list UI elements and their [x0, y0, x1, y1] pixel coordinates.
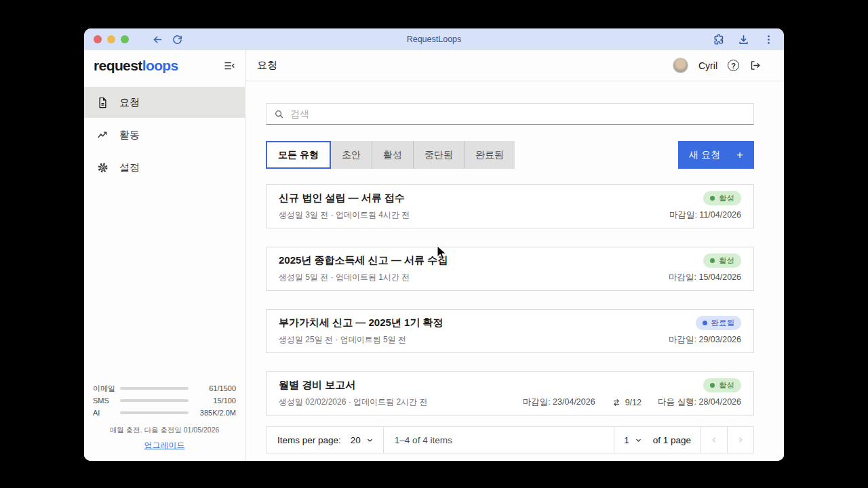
request-card[interactable]: 신규 법인 설립 — 서류 접수 활성 생성일 3일 전 · 업데이트됨 4시간… — [266, 184, 754, 228]
search-input[interactable] — [290, 108, 746, 119]
sidebar-item-activity[interactable]: 활동 — [84, 119, 245, 150]
upgrade-link[interactable]: 업그레이드 — [93, 440, 236, 451]
request-schedule-group: 마감일: 23/04/2026 9/12 다음 실행: 28/04/2026 — [523, 396, 741, 408]
next-page-button[interactable] — [728, 427, 753, 453]
logo-part-loops: loops — [142, 58, 178, 73]
gear-icon — [96, 161, 109, 174]
download-icon[interactable] — [738, 34, 749, 45]
chevron-left-icon — [711, 436, 717, 443]
status-badge: 활성 — [703, 191, 741, 205]
repeat-icon — [612, 398, 621, 407]
usage-panel: 이메일 61/1500 SMS 15/100 AI 385K/2.0M 매월 충… — [84, 375, 245, 461]
request-card[interactable]: 월별 경비 보고서 활성 생성일 02/02/2026 · 업데이트됨 2시간 … — [266, 371, 754, 415]
request-due: 마감일: 29/03/2026 — [669, 334, 741, 346]
filter-tabs: 모든 유형 초안 활성 중단됨 완료됨 — [266, 141, 515, 169]
extensions-icon[interactable] — [713, 34, 724, 45]
search-icon — [274, 109, 284, 119]
usage-label: SMS — [93, 396, 120, 405]
usage-row-sms: SMS 15/100 — [93, 394, 236, 407]
usage-progressbar-ai — [120, 411, 189, 414]
document-icon — [96, 96, 109, 109]
sidebar-item-requests[interactable]: 요청 — [84, 87, 245, 118]
usage-progressbar-email — [120, 387, 189, 390]
sidebar: requestloops 요청 활동 설정 이메일 — [84, 50, 245, 461]
user-name: Cyril — [698, 60, 717, 71]
request-meta: 생성일 25일 전 · 업데이트됨 5일 전 — [279, 334, 406, 346]
recurrence-count: 9/12 — [625, 398, 642, 407]
close-window-button[interactable] — [94, 35, 102, 43]
maximize-window-button[interactable] — [121, 35, 129, 43]
usage-label: 이메일 — [93, 384, 120, 394]
usage-row-ai: AI 385K/2.0M — [93, 407, 236, 419]
sidebar-logo-row: requestloops — [84, 50, 245, 81]
logout-icon[interactable] — [749, 60, 761, 71]
status-dot-icon — [710, 258, 715, 263]
help-icon[interactable]: ? — [728, 60, 739, 71]
search-box — [266, 103, 754, 125]
usage-label: AI — [93, 409, 120, 417]
status-dot-icon — [710, 196, 715, 201]
avatar[interactable] — [673, 58, 688, 73]
items-per-page-value: 20 — [351, 435, 361, 445]
refresh-icon[interactable] — [172, 34, 183, 45]
request-meta: 생성일 5일 전 · 업데이트됨 1시간 전 — [279, 272, 410, 283]
request-card[interactable]: 부가가치세 신고 — 2025년 1기 확정 완료됨 생성일 25일 전 · 업… — [266, 309, 754, 353]
content: 모든 유형 초안 활성 중단됨 완료됨 새 요청 + 신규 법인 설립 — — [245, 81, 784, 461]
status-badge: 활성 — [703, 378, 741, 392]
app-logo: requestloops — [94, 58, 178, 74]
app-root: requestloops 요청 활동 설정 이메일 — [84, 50, 784, 461]
browser-tab-title: RequestLoops — [84, 35, 784, 44]
tab-all-types[interactable]: 모든 유형 — [266, 141, 331, 169]
new-request-label: 새 요청 — [689, 149, 720, 161]
tab-draft[interactable]: 초안 — [331, 141, 372, 169]
request-title: 신규 법인 설립 — 서류 접수 — [279, 192, 405, 205]
browser-chrome: RequestLoops — [84, 28, 784, 50]
prev-page-button[interactable] — [701, 427, 727, 453]
minimize-window-button[interactable] — [107, 35, 115, 43]
mouse-cursor — [437, 245, 447, 260]
items-per-page-select[interactable]: 20 — [341, 427, 383, 453]
usage-value: 15/100 — [194, 396, 236, 405]
pagination-range: 1–4 of 4 items — [384, 435, 614, 445]
activity-icon — [96, 129, 109, 142]
plus-icon: + — [736, 148, 743, 162]
request-meta: 생성일 3일 전 · 업데이트됨 4시간 전 — [279, 209, 410, 221]
request-meta: 생성일 02/02/2026 · 업데이트됨 2시간 전 — [279, 396, 427, 408]
status-badge: 완료됨 — [696, 316, 742, 330]
usage-progressbar-sms — [120, 399, 189, 402]
request-due: 마감일: 11/04/2026 — [669, 209, 741, 221]
logo-part-request: request — [94, 58, 142, 73]
request-next-run: 다음 실행: 28/04/2026 — [658, 396, 741, 408]
window-controls — [94, 35, 129, 43]
sidebar-item-label: 설정 — [119, 161, 140, 174]
items-per-page-label: Items per page: — [277, 435, 341, 445]
status-label: 활성 — [719, 256, 734, 266]
pagination-controls: 1 of 1 page — [614, 427, 753, 453]
usage-renewal-note: 매월 충전. 다음 충전일 01/05/2026 — [93, 426, 236, 435]
request-list: 신규 법인 설립 — 서류 접수 활성 생성일 3일 전 · 업데이트됨 4시간… — [266, 184, 754, 415]
main-header: 요청 Cyril ? — [245, 50, 784, 81]
chevron-right-icon — [737, 436, 744, 443]
tab-active[interactable]: 활성 — [372, 141, 413, 169]
new-request-button[interactable]: 새 요청 + — [678, 141, 754, 169]
request-due: 마감일: 15/04/2026 — [669, 272, 741, 283]
sidebar-item-settings[interactable]: 설정 — [84, 152, 245, 183]
request-card[interactable]: 2025년 종합소득세 신고 — 서류 수집 활성 생성일 5일 전 · 업데이… — [266, 247, 754, 291]
back-icon[interactable] — [152, 34, 163, 45]
tab-paused[interactable]: 중단됨 — [413, 141, 464, 169]
page-count-label: of 1 page — [652, 435, 701, 445]
sidebar-collapse-icon[interactable] — [223, 60, 235, 72]
header-actions: Cyril ? — [673, 58, 761, 73]
page-select[interactable]: 1 — [614, 427, 652, 453]
sidebar-nav: 요청 활동 설정 — [84, 87, 245, 183]
status-label: 활성 — [719, 380, 734, 390]
status-label: 완료됨 — [711, 318, 735, 328]
pagination-bar: Items per page: 20 1–4 of 4 items 1 — [266, 426, 754, 453]
request-title: 2025년 종합소득세 신고 — 서류 수집 — [279, 254, 448, 267]
kebab-menu-icon[interactable] — [763, 34, 774, 45]
tab-completed[interactable]: 완료됨 — [464, 141, 515, 169]
sidebar-item-label: 요청 — [119, 96, 140, 109]
usage-value: 61/1500 — [194, 384, 236, 392]
main-area: 요청 Cyril ? 모든 유형 초안 활성 — [245, 50, 784, 461]
items-per-page: Items per page: — [267, 427, 341, 453]
